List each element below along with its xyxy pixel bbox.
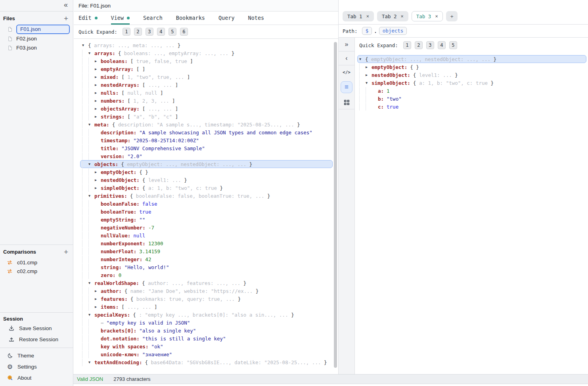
expand-arrow-icon[interactable]: ▶ [366,63,372,71]
tree-row[interactable]: booleanFalse:false [80,200,333,208]
close-tab-icon[interactable]: × [366,13,369,19]
tree-row[interactable]: ▶emptyObject:{ } [80,168,333,176]
quick-expand-button-5[interactable]: 5 [449,41,457,49]
tree-row[interactable]: ▶author:{ name: "Jane Doe", website: "ht… [80,287,333,295]
collapse-arrow-icon[interactable]: ▼ [366,79,372,87]
tree-row[interactable]: negativeNumber:-7 [80,224,333,231]
collapse-arrow-icon[interactable]: ▼ [359,55,365,63]
tree-row[interactable]: numberFloat:3.14159 [80,247,333,255]
quick-expand-button-4[interactable]: 4 [438,41,446,49]
sidebar-collapse-icon[interactable]: « [64,1,68,9]
right-tab-tab-3[interactable]: Tab 3× [412,11,443,21]
collapse-arrow-icon[interactable]: ▼ [88,161,94,168]
tree-row[interactable]: ▶nestedObject:{ level1: ... } [80,176,333,184]
collapse-arrow-icon[interactable]: ▼ [88,359,94,366]
menu-item-theme[interactable]: Theme [0,350,73,361]
collapse-arrow-icon[interactable]: ▼ [88,121,94,128]
tree-row[interactable]: ="empty key is valid in JSON" [80,319,333,327]
collapse-arrow-icon[interactable]: ▼ [88,279,94,287]
path-chip[interactable]: $ [362,27,372,35]
tree-row[interactable]: ▶nestedArrays:[ ..., ... ] [80,81,333,89]
tab-edit[interactable]: Edit [79,15,98,25]
tree-row[interactable]: ▶features:{ bookmarks: true, query: true… [80,295,333,303]
add-comparison-button[interactable]: + [64,249,68,255]
file-item[interactable]: F02.json [0,34,73,43]
tree-row[interactable]: ▶simpleObject:{ a: 1, b: "two", c: true … [80,184,333,192]
tree-row[interactable]: ▶objectsArray:[ ..., ... ] [80,105,333,113]
tree-row[interactable]: unicode-ключ:"значение" [80,350,333,358]
tree-row[interactable]: ▼meta:{ description: "A sample s..., tim… [80,120,333,128]
expand-arrow-icon[interactable]: ▶ [95,57,101,65]
tree-row[interactable]: ▼objects:{ emptyObject: ..., nestedObjec… [80,160,333,168]
tab-view[interactable]: View [111,15,130,25]
right-tab-tab-1[interactable]: Tab 1× [343,11,374,21]
expand-arrow-icon[interactable]: ▶ [95,105,101,113]
expand-arrow-icon[interactable]: ▶ [95,113,101,120]
collapse-arrow-icon[interactable]: ▼ [82,42,88,49]
tree-row[interactable]: ▶items:[ ..., ... ] [80,303,333,311]
tree-row[interactable]: ▼{ emptyObject: ..., nestedObject: ..., … [357,55,586,63]
expand-arrow-icon[interactable]: ▶ [95,168,101,176]
expand-arrow-icon[interactable]: ▶ [366,71,372,79]
add-tab-button[interactable]: + [446,11,458,21]
right-tab-tab-2[interactable]: Tab 2× [377,11,408,21]
tab-query[interactable]: Query [218,15,235,25]
tree-row[interactable]: dot.notation:"this is still a single key… [80,334,333,342]
quick-expand-button-1[interactable]: 1 [123,28,130,36]
expand-arrow-icon[interactable]: ▶ [95,97,101,105]
tab-notes[interactable]: Notes [248,15,264,25]
tree-row[interactable]: ▶numbers:[ 1, 2, 3, ... ] [80,97,333,105]
tab-bookmarks[interactable]: Bookmarks [176,15,205,25]
tree-row[interactable]: ▶emptyObject:{ } [357,63,586,71]
collapse-arrow-icon[interactable]: ▼ [88,311,94,319]
tree-row[interactable]: ▼textAndEncoding:{ base64Data: "SGVsbG8s… [80,358,333,366]
quick-expand-button-1[interactable]: 1 [403,41,411,49]
tree-row[interactable]: nullValue:null [80,231,333,239]
tree-row[interactable]: c:true [357,103,586,111]
tree-row[interactable]: ▶nulls:[ null, null ] [80,89,333,97]
add-file-button[interactable]: + [64,16,68,21]
tree-row[interactable]: numberInteger:42 [80,255,333,263]
tree-row[interactable]: ▼specialKeys:{ : "empty key ..., bracket… [80,311,333,319]
collapse-arrow-icon[interactable]: ▼ [88,192,94,200]
menu-item-restore-session[interactable]: Restore Session [0,334,73,345]
tree-row[interactable]: ▶mixed:[ 1, "two", true, ... ] [80,73,333,81]
chevron-left-icon[interactable]: ‹ [339,52,354,65]
menu-item-save-session[interactable]: Save Session [0,323,73,334]
quick-expand-button-2[interactable]: 2 [134,28,142,36]
tree-row[interactable]: title:"JSONV Comprehensive Sample" [80,144,333,152]
expand-arrow-icon[interactable]: ▶ [95,81,101,89]
quick-expand-button-3[interactable]: 3 [426,41,434,49]
path-chip[interactable]: objects [379,27,407,35]
tab-search[interactable]: Search [143,15,163,25]
tree-row[interactable]: version:"2.0" [80,152,333,160]
tree-row[interactable]: ▶booleans:[ true, false, true ] [80,57,333,65]
quick-expand-button-5[interactable]: 5 [169,28,176,36]
tree-row[interactable]: a:1 [357,87,586,95]
vertical-scrollbar[interactable] [334,42,337,368]
tree-row[interactable]: booleanTrue:true [80,208,333,216]
tree-row[interactable]: ▶nestedObject:{ level1: ... } [357,71,586,79]
expand-arrow-icon[interactable]: ▶ [95,287,101,295]
expand-arrow-icon[interactable]: ▶ [95,184,101,192]
expand-arrow-icon[interactable]: ▶ [95,89,101,97]
tree-row[interactable]: ▼primitives:{ booleanFalse: false, boole… [80,192,333,200]
tree-row[interactable]: ▼arrays:{ booleans: ..., emptyArray: ...… [80,49,333,57]
menu-item-settings[interactable]: ⚙Settings [0,361,73,372]
file-item[interactable]: F01.json [0,25,73,34]
tree-row[interactable]: emptyString:"" [80,216,333,224]
tree-row[interactable]: brackets[0]:"also a single key" [80,327,333,334]
expand-arrow-icon[interactable]: ▶ [95,73,101,81]
tree-row[interactable]: zero:0 [80,271,333,279]
code-view-icon[interactable]: </> [339,65,354,79]
quick-expand-button-3[interactable]: 3 [146,28,153,36]
close-tab-icon[interactable]: × [435,13,438,19]
expand-arrow-icon[interactable]: ▶ [95,65,101,73]
tree-row[interactable]: key with spaces:"ok" [80,342,333,350]
close-tab-icon[interactable]: × [401,13,404,19]
collapse-arrow-icon[interactable]: ▼ [88,50,94,57]
list-view-icon[interactable]: ≡ [341,81,352,93]
tree-row[interactable]: ▼{ arrays: ..., meta: ..., ... } [80,41,333,49]
tree-row[interactable]: timestamp:"2025-08-25T14:02:00Z" [80,136,333,144]
quick-expand-button-6[interactable]: 6 [180,28,188,36]
